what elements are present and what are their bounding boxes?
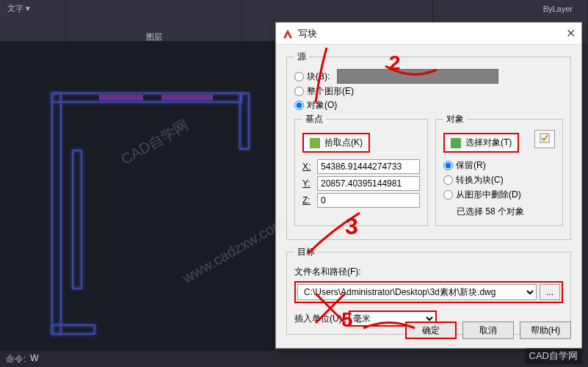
- radio-objects-label: 对象(O): [307, 99, 337, 112]
- wblock-dialog: 写块 ✕ 源 块(B): 整个图形(E) 对象(O) 基点: [275, 22, 582, 349]
- ribbon-text-group[interactable]: 文字 ▾: [7, 4, 30, 12]
- radio-objects[interactable]: [294, 101, 304, 110]
- select-objects-label: 选择对象(T): [465, 137, 512, 149]
- unit-label: 插入单位(U):: [294, 313, 344, 325]
- objects-group: 对象 选择对象(T) 保留(R) 转换为块(C) 从图形中删除(D) 已选择 5…: [435, 113, 563, 226]
- selection-count: 已选择 58 个对象: [457, 206, 555, 218]
- dialog-titlebar: 写块 ✕: [276, 23, 581, 45]
- y-input[interactable]: [317, 176, 420, 191]
- basepoint-legend: 基点: [302, 113, 326, 126]
- x-input[interactable]: [317, 159, 420, 174]
- z-label: Z:: [302, 195, 314, 206]
- path-label: 文件名和路径(F):: [294, 266, 563, 278]
- radio-convert-label: 转换为块(C): [456, 174, 504, 186]
- autocad-icon: [282, 28, 294, 40]
- radio-entire[interactable]: [294, 87, 304, 96]
- radio-block[interactable]: [294, 72, 304, 81]
- footer-watermark: CAD自学网: [525, 348, 582, 364]
- pick-point-icon: [310, 138, 320, 148]
- select-objects-button[interactable]: 选择对象(T): [443, 133, 519, 153]
- drawing-canvas[interactable]: [0, 41, 275, 352]
- pick-point-button[interactable]: 拾取点(K): [302, 133, 370, 153]
- basepoint-group: 基点 拾取点(K) X: Y: Z:: [294, 113, 428, 226]
- source-legend: 源: [294, 51, 309, 63]
- command-text: W: [30, 353, 38, 365]
- pick-point-label: 拾取点(K): [324, 137, 363, 149]
- radio-retain-label: 保留(R): [456, 159, 486, 172]
- dialog-title: 写块: [298, 27, 317, 40]
- y-label: Y:: [302, 178, 314, 189]
- radio-delete-label: 从图形中删除(D): [456, 189, 521, 201]
- cancel-button[interactable]: 取消: [462, 321, 514, 339]
- floorplan: [51, 92, 250, 335]
- radio-convert[interactable]: [443, 175, 453, 185]
- ok-button[interactable]: 确定: [405, 321, 457, 339]
- bylayer-combo[interactable]: ByLayer: [543, 4, 573, 13]
- block-combo[interactable]: [337, 69, 498, 84]
- quick-select-button[interactable]: [534, 130, 555, 148]
- radio-delete[interactable]: [443, 190, 453, 200]
- target-legend: 目标: [294, 246, 318, 258]
- z-input[interactable]: [317, 193, 420, 208]
- close-icon[interactable]: ✕: [566, 26, 576, 40]
- path-combo[interactable]: C:\Users\Administrator\Desktop\3d素材\新块.d…: [297, 284, 537, 300]
- radio-block-label: 块(B):: [307, 70, 330, 83]
- radio-retain[interactable]: [443, 161, 453, 170]
- command-label: 命令:: [6, 353, 26, 365]
- radio-entire-label: 整个图形(E): [307, 85, 354, 98]
- browse-button[interactable]: ...: [540, 284, 560, 300]
- x-label: X:: [302, 161, 314, 172]
- help-button[interactable]: 帮助(H): [520, 321, 571, 339]
- quick-select-icon: [540, 133, 550, 143]
- select-objects-icon: [451, 138, 461, 148]
- source-group: 源 块(B): 整个图形(E) 对象(O) 基点 拾取点(K): [286, 51, 571, 240]
- command-line[interactable]: 命令: W: [0, 351, 588, 367]
- objects-legend: 对象: [443, 113, 467, 126]
